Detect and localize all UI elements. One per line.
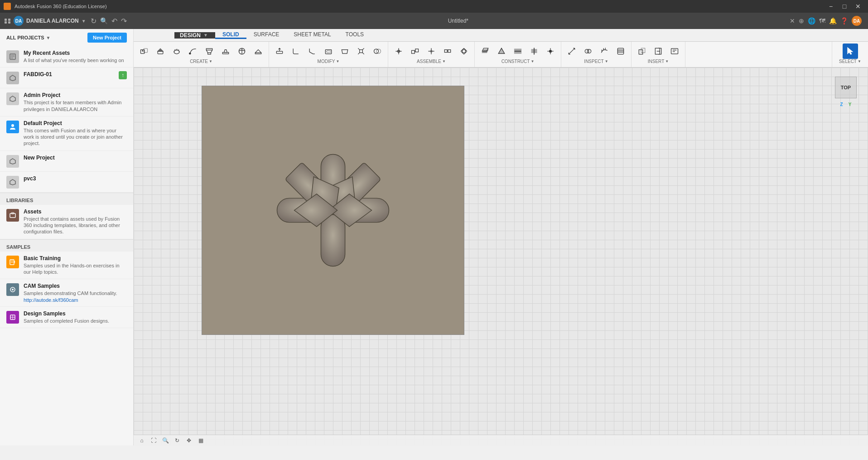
- model-viewport[interactable]: [202, 86, 464, 335]
- fit-screen-btn[interactable]: ⛶: [149, 436, 158, 445]
- minimize-button[interactable]: −: [825, 0, 837, 13]
- canvas-btn[interactable]: [667, 44, 682, 59]
- new-project-button[interactable]: New Project: [87, 33, 127, 43]
- refresh-icon[interactable]: ↻: [91, 17, 96, 25]
- joint-btn[interactable]: [391, 44, 406, 59]
- titlebar: Autodesk Fusion 360 (Education License) …: [0, 0, 868, 13]
- assemble-chevron[interactable]: ▼: [442, 59, 446, 63]
- sweep-btn[interactable]: [185, 44, 201, 59]
- user-dropdown-chevron[interactable]: ▼: [82, 19, 86, 24]
- zoom-btn[interactable]: 🔍: [161, 436, 170, 445]
- emboss-btn[interactable]: [251, 44, 266, 59]
- scale-btn[interactable]: [353, 44, 369, 59]
- default-title: Default Project: [24, 120, 127, 126]
- revolve-btn[interactable]: [169, 44, 184, 59]
- sidebar-item-basic-training[interactable]: Basic Training Samples used in the Hands…: [0, 252, 133, 280]
- orbit-btn[interactable]: ↻: [173, 436, 182, 445]
- draft-btn[interactable]: [337, 44, 352, 59]
- bell-icon[interactable]: 🔔: [829, 17, 837, 24]
- globe2-icon[interactable]: 🗺: [819, 17, 825, 24]
- view-cube-top[interactable]: TOP: [835, 77, 857, 98]
- loft-btn[interactable]: [202, 44, 217, 59]
- modify-chevron[interactable]: ▼: [336, 59, 339, 63]
- curvature-btn[interactable]: [597, 44, 612, 59]
- sidebar-item-fabdig[interactable]: FABDIG-01: [0, 68, 133, 88]
- design-dropdown-button[interactable]: DESIGN ▼: [174, 32, 215, 39]
- zebra-btn[interactable]: [613, 44, 628, 59]
- rib-btn[interactable]: [218, 44, 233, 59]
- press-pull-btn[interactable]: [272, 44, 287, 59]
- point-btn[interactable]: [543, 44, 558, 59]
- window-title: Autodesk Fusion 360 (Education License): [14, 4, 825, 9]
- svg-rect-23: [158, 51, 163, 54]
- axis-btn[interactable]: [526, 44, 542, 59]
- sidebar-item-default[interactable]: Default Project This comes with Fusion a…: [0, 116, 133, 151]
- basic-training-title: Basic Training: [24, 255, 127, 261]
- sidebar-item-pvc3[interactable]: pvc3: [0, 172, 133, 193]
- construct-chevron[interactable]: ▼: [530, 59, 534, 63]
- new-component-btn[interactable]: [136, 44, 152, 59]
- globe-icon[interactable]: 🌐: [808, 17, 815, 24]
- insert-svg-btn[interactable]: [651, 44, 666, 59]
- tab-tools[interactable]: TOOLS: [338, 31, 371, 39]
- search-icon[interactable]: 🔍: [100, 17, 108, 24]
- midplane-btn[interactable]: [510, 44, 526, 59]
- recent-title: My Recent Assets: [24, 50, 127, 56]
- app-grid-button[interactable]: [5, 19, 11, 24]
- tab-surface[interactable]: SURFACE: [246, 31, 287, 39]
- offset-plane-btn[interactable]: [477, 44, 493, 59]
- close-tab-icon[interactable]: ✕: [790, 17, 795, 24]
- shell-btn[interactable]: [321, 44, 336, 59]
- select-chevron[interactable]: ▼: [858, 59, 861, 63]
- svg-marker-4: [10, 75, 15, 81]
- measure-btn[interactable]: [564, 44, 579, 59]
- basic-training-desc: Samples used in the Hands-on exercises i…: [24, 262, 127, 276]
- cam-link[interactable]: http://autode.sk/f360cam: [24, 297, 127, 303]
- joint-origin-btn[interactable]: [424, 44, 439, 59]
- move-assemble-btn[interactable]: [456, 44, 472, 59]
- help-icon[interactable]: ❓: [840, 17, 848, 24]
- fillet-btn[interactable]: [288, 44, 304, 59]
- sidebar-item-newproject[interactable]: New Project: [0, 151, 133, 172]
- close-button[interactable]: ✕: [852, 0, 864, 13]
- extrude-btn[interactable]: [153, 44, 168, 59]
- rigid-group-btn[interactable]: [440, 44, 455, 59]
- display-settings-btn[interactable]: ▦: [196, 436, 205, 445]
- sidebar-item-assets[interactable]: Assets Project that contains assets used…: [0, 205, 133, 239]
- redo-icon[interactable]: ↷: [121, 17, 127, 25]
- maximize-button[interactable]: □: [838, 0, 851, 13]
- chamfer-btn[interactable]: [304, 44, 320, 59]
- insert-chevron[interactable]: ▼: [665, 59, 669, 63]
- combine-btn[interactable]: [370, 44, 385, 59]
- tab-sheet-metal[interactable]: SHEET METAL: [286, 31, 338, 39]
- home-view-btn[interactable]: ⌂: [137, 436, 146, 445]
- create-chevron[interactable]: ▼: [209, 59, 212, 63]
- interference-btn[interactable]: [580, 44, 596, 59]
- sidebar-item-recent[interactable]: My Recent Assets A list of what you've r…: [0, 46, 133, 68]
- sidebar-item-cam-samples[interactable]: CAM Samples Samples demonstrating CAM fu…: [0, 279, 133, 306]
- inspect-chevron[interactable]: ▼: [605, 59, 608, 63]
- svg-point-15: [12, 289, 14, 291]
- as-built-btn[interactable]: [407, 44, 423, 59]
- cam-samples-icon: [6, 283, 19, 296]
- admin-title: Admin Project: [24, 92, 127, 98]
- undo-icon[interactable]: ↶: [111, 17, 117, 25]
- insert-mcad-btn[interactable]: [634, 44, 650, 59]
- tab-solid[interactable]: SOLID: [215, 31, 246, 39]
- web-btn[interactable]: [234, 44, 250, 59]
- select-btn[interactable]: [843, 44, 858, 59]
- add-tab-icon[interactable]: ⊕: [799, 17, 804, 24]
- user-avatar-header[interactable]: DA: [852, 16, 862, 26]
- window-controls: − □ ✕: [825, 0, 864, 13]
- sidebar-item-design-samples[interactable]: Design Samples Samples of completed Fusi…: [0, 307, 133, 328]
- svg-line-29: [206, 50, 207, 53]
- pan-btn[interactable]: ✥: [184, 436, 193, 445]
- y-axis-label: Y: [849, 102, 852, 107]
- all-projects-section: ALL PROJECTS ▼: [6, 35, 50, 40]
- recent-icon: [6, 50, 19, 63]
- sidebar-item-admin[interactable]: Admin Project This project is for team m…: [0, 88, 133, 116]
- svg-marker-8: [10, 179, 15, 185]
- plane-angle-btn[interactable]: [494, 44, 509, 59]
- assemble-icons: [391, 44, 472, 59]
- all-projects-chevron[interactable]: ▼: [46, 35, 51, 40]
